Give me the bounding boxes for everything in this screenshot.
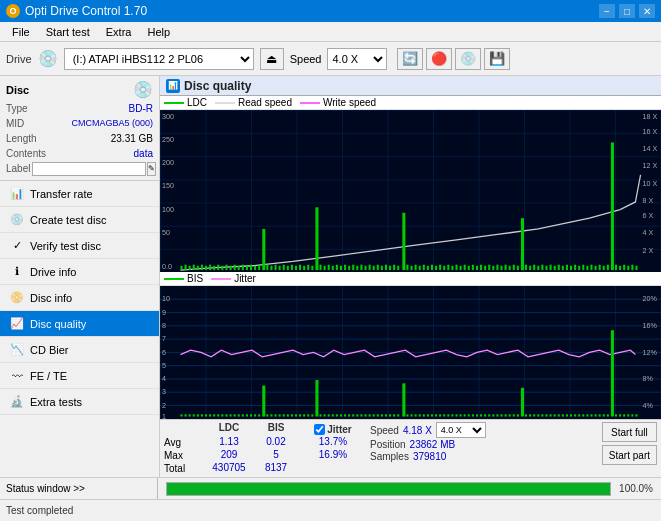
disc-button[interactable]: 💿 bbox=[455, 48, 481, 70]
speed-select[interactable]: 4.0 X bbox=[327, 48, 387, 70]
refresh-button[interactable]: 🔄 bbox=[397, 48, 423, 70]
svg-rect-36 bbox=[242, 265, 244, 270]
speed-val: 4.18 X bbox=[403, 425, 432, 436]
svg-rect-245 bbox=[484, 415, 486, 417]
sidebar-item-extra-tests[interactable]: 🔬 Extra tests bbox=[0, 389, 159, 415]
sidebar-item-disc-quality[interactable]: 📈 Disc quality bbox=[0, 311, 159, 337]
svg-rect-187 bbox=[246, 415, 248, 417]
svg-rect-81 bbox=[427, 266, 429, 270]
svg-rect-97 bbox=[492, 266, 494, 270]
maximize-button[interactable]: □ bbox=[619, 4, 635, 18]
svg-text:9: 9 bbox=[162, 308, 166, 317]
svg-rect-281 bbox=[631, 415, 633, 417]
toolbar: Drive 💿 (I:) ATAPI iHBS112 2 PL06 ⏏ Spee… bbox=[0, 42, 661, 76]
legend-bis: BIS bbox=[164, 273, 203, 284]
start-part-button[interactable]: Start part bbox=[602, 445, 657, 465]
svg-rect-56 bbox=[324, 266, 326, 270]
svg-rect-256 bbox=[529, 415, 531, 417]
jitter-color bbox=[211, 278, 231, 280]
svg-rect-126 bbox=[611, 142, 614, 270]
svg-rect-72 bbox=[389, 266, 391, 270]
svg-text:12%: 12% bbox=[643, 348, 658, 357]
charts-wrapper: 300 250 200 150 100 50 0.0 18 X 16 X 14 … bbox=[160, 110, 661, 477]
mid-label: MID bbox=[6, 116, 24, 131]
sidebar-nav: 📊 Transfer rate 💿 Create test disc ✓ Ver… bbox=[0, 181, 159, 415]
close-button[interactable]: ✕ bbox=[639, 4, 655, 18]
jitter-checkbox[interactable] bbox=[314, 424, 325, 435]
svg-rect-84 bbox=[439, 265, 441, 270]
sidebar-item-cd-bier[interactable]: 📉 CD Bier bbox=[0, 337, 159, 363]
svg-text:10 X: 10 X bbox=[643, 179, 658, 188]
sidebar-item-transfer-rate[interactable]: 📊 Transfer rate bbox=[0, 181, 159, 207]
svg-rect-60 bbox=[340, 266, 342, 270]
sidebar-item-drive-info[interactable]: ℹ Drive info bbox=[0, 259, 159, 285]
status-window-label: Status window >> bbox=[6, 483, 85, 494]
menu-start-test[interactable]: Start test bbox=[38, 24, 98, 40]
svg-rect-229 bbox=[419, 415, 421, 417]
svg-rect-90 bbox=[464, 265, 466, 270]
svg-rect-112 bbox=[554, 266, 556, 270]
svg-rect-234 bbox=[439, 415, 441, 417]
speed-dropdown[interactable]: 4.0 X bbox=[436, 422, 486, 438]
svg-rect-268 bbox=[578, 415, 580, 417]
svg-rect-264 bbox=[562, 415, 564, 417]
svg-rect-104 bbox=[521, 218, 524, 270]
status-bar: Status window >> 100.0% bbox=[0, 477, 661, 499]
menu-extra[interactable]: Extra bbox=[98, 24, 140, 40]
svg-text:16 X: 16 X bbox=[643, 127, 658, 136]
sidebar-item-fe-te[interactable]: 〰 FE / TE bbox=[0, 363, 159, 389]
label-edit-button[interactable]: ✎ bbox=[147, 162, 156, 176]
svg-rect-257 bbox=[533, 415, 535, 417]
ldc-avg: 1.13 bbox=[206, 436, 252, 449]
drive-select[interactable]: (I:) ATAPI iHBS112 2 PL06 bbox=[64, 48, 254, 70]
progress-bar-bg bbox=[166, 482, 611, 496]
app-icon: O bbox=[6, 4, 20, 18]
svg-rect-188 bbox=[250, 415, 252, 417]
svg-text:16%: 16% bbox=[643, 321, 658, 330]
burn-button[interactable]: 🔴 bbox=[426, 48, 452, 70]
sidebar-item-create-test-disc[interactable]: 💿 Create test disc bbox=[0, 207, 159, 233]
svg-rect-260 bbox=[545, 415, 547, 417]
ldc-color bbox=[164, 102, 184, 104]
svg-rect-214 bbox=[356, 415, 358, 417]
svg-rect-123 bbox=[599, 265, 601, 270]
sidebar-item-verify-test-disc[interactable]: ✓ Verify test disc bbox=[0, 233, 159, 259]
status-window-section: Status window >> bbox=[0, 478, 158, 499]
svg-rect-273 bbox=[599, 415, 601, 417]
svg-rect-25 bbox=[197, 266, 199, 270]
menu-file[interactable]: File bbox=[4, 24, 38, 40]
start-full-button[interactable]: Start full bbox=[602, 422, 657, 442]
svg-rect-120 bbox=[586, 266, 588, 270]
svg-rect-57 bbox=[328, 265, 330, 270]
svg-rect-46 bbox=[283, 265, 285, 270]
svg-rect-63 bbox=[352, 265, 354, 270]
svg-rect-198 bbox=[291, 415, 293, 417]
svg-rect-76 bbox=[406, 265, 408, 270]
svg-rect-33 bbox=[230, 266, 232, 270]
eject-button[interactable]: ⏏ bbox=[260, 48, 284, 70]
legend-jitter: Jitter bbox=[211, 273, 256, 284]
menu-help[interactable]: Help bbox=[139, 24, 178, 40]
save-button[interactable]: 💾 bbox=[484, 48, 510, 70]
svg-rect-45 bbox=[279, 266, 281, 270]
svg-rect-48 bbox=[291, 265, 293, 270]
svg-rect-267 bbox=[574, 415, 576, 417]
svg-rect-202 bbox=[307, 415, 309, 417]
sidebar-item-disc-info[interactable]: 📀 Disc info bbox=[0, 285, 159, 311]
svg-rect-55 bbox=[320, 265, 322, 270]
svg-rect-278 bbox=[619, 415, 621, 417]
svg-rect-243 bbox=[476, 415, 478, 417]
svg-rect-91 bbox=[468, 266, 470, 270]
label-input[interactable] bbox=[32, 162, 146, 176]
main-content: Disc 💿 Type BD-R MID CMCMAGBA5 (000) Len… bbox=[0, 76, 661, 477]
svg-rect-4 bbox=[160, 110, 661, 272]
svg-rect-174 bbox=[193, 415, 195, 417]
ldc-max: 209 bbox=[206, 449, 252, 462]
svg-rect-211 bbox=[344, 415, 346, 417]
svg-rect-52 bbox=[307, 265, 309, 270]
title-bar: O Opti Drive Control 1.70 − □ ✕ bbox=[0, 0, 661, 22]
chart-header-icon: 📊 bbox=[166, 79, 180, 93]
minimize-button[interactable]: − bbox=[599, 4, 615, 18]
svg-text:8: 8 bbox=[162, 321, 166, 330]
chart-title: Disc quality bbox=[184, 79, 251, 93]
